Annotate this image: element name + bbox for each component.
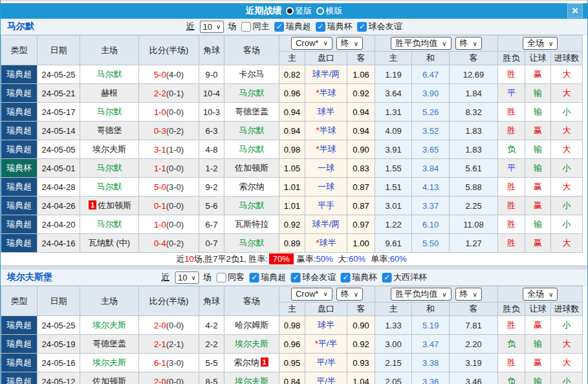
handicap-cell: *平/半 <box>305 335 347 354</box>
league-badge: 瑞典超 <box>1 354 37 372</box>
home-team-cell: 1佐加顿斯 <box>80 197 139 215</box>
fulltime-dropdown[interactable]: 全场 <box>523 288 558 301</box>
league-checkbox[interactable] <box>382 273 392 283</box>
league-type-cell: 瑞典杯 <box>1 159 38 178</box>
halftime-score: (0-0) <box>166 107 184 117</box>
avg-final-dropdown[interactable]: 终 <box>455 37 482 50</box>
table-row: 瑞典超 24-05-25 马尔默 5-0(4-0) 9-0 卡尔马 0.82 球… <box>1 65 583 84</box>
close-icon[interactable] <box>567 3 583 18</box>
avg-away-odds: 1.83 <box>450 122 498 140</box>
win-rate-chip: 70% <box>269 253 294 264</box>
goals-result: 大 <box>551 122 583 140</box>
col-handicap-result: 让球 <box>525 303 551 316</box>
league-checkbox[interactable] <box>341 273 351 283</box>
avg-away-odds: 8.32 <box>450 103 498 122</box>
score-cell: 2-1(2-1) <box>139 335 199 354</box>
avg-away-odds: 2.25 <box>450 197 498 215</box>
league-checkbox[interactable] <box>316 22 325 32</box>
match-date: 24-05-19 <box>38 335 80 354</box>
match-date: 24-05-21 <box>38 84 80 103</box>
score-cell: 5-0(3-0) <box>139 178 199 197</box>
col-goals: 进球数 <box>551 52 583 65</box>
away-team-cell: 哥德堡盖 <box>224 103 279 122</box>
match-result: 负 <box>498 372 525 384</box>
handicap-cell: 球半 <box>305 103 347 122</box>
league-type-cell: 瑞典超 <box>1 84 38 103</box>
avg-draw-odds: 3.52 <box>412 122 450 140</box>
away-team: 马尔默 <box>239 144 265 154</box>
league-type-cell: 瑞典超 <box>1 103 38 122</box>
match-count-select[interactable]: 10 <box>175 272 199 284</box>
table-row: 瑞典超 24-05-21 赫根 2-2(0-1) 10-4 马尔默 0.96 *… <box>1 84 583 103</box>
fulltime-score: 2-0 <box>154 321 166 330</box>
fulltime-dropdown[interactable]: 全场 <box>523 37 558 50</box>
handicap-cell: 球半 <box>305 316 347 335</box>
score-cell: 1-0(0-0) <box>139 215 199 234</box>
vertical-layout-label: 竖版 <box>296 5 312 17</box>
away-team-cell: 索尔纳1 <box>224 354 279 372</box>
league-checkbox[interactable] <box>357 22 367 32</box>
handicap-line: 球半 <box>318 320 334 330</box>
avg-home-odds: 3.64 <box>375 84 412 103</box>
away-odds: 0.83 <box>347 159 375 178</box>
home-team: 埃尔夫斯 <box>93 144 126 154</box>
col-away: 客场 <box>224 286 279 316</box>
summary-record: 场,胜7平2负1, 胜率: <box>194 254 268 264</box>
home-team-cell: 哥德堡 <box>80 122 139 140</box>
away-team: 卡尔马 <box>239 69 265 79</box>
score-cell: 0-1(0-0) <box>139 197 199 215</box>
avg-home-odds: 9.61 <box>375 234 412 253</box>
odds-final-dropdown[interactable]: 终 <box>336 288 363 301</box>
away-odds: 0.93 <box>347 354 375 372</box>
odds-source-dropdown[interactable]: Crow* <box>291 37 332 50</box>
team2-filterbar: 埃尔夫斯堡 近 10 场 同客 瑞典超 球会友谊 瑞典杯 大西洋杯 <box>1 270 587 286</box>
same-away-checkbox[interactable] <box>217 273 226 283</box>
avg-home-odds: 1.55 <box>375 159 412 178</box>
away-team: 哥德堡盖 <box>235 107 268 116</box>
handicap-result: 赢 <box>525 234 551 253</box>
match-result: 胜 <box>498 234 525 253</box>
avg-source-dropdown[interactable]: 胜平负均值 <box>391 288 451 301</box>
odds-group-header: Crow*终 <box>279 36 375 52</box>
avg-final-dropdown[interactable]: 终 <box>455 288 482 301</box>
red-card-badge: 1 <box>261 357 268 367</box>
handicap-line: 平/半 <box>318 339 338 348</box>
avg-away-odds: 3.46 <box>450 372 498 384</box>
avg-draw-odds: 3.47 <box>412 335 450 354</box>
handicap-result: 输 <box>525 84 551 103</box>
match-result: 胜 <box>498 316 525 335</box>
avg-away-odds: 1.27 <box>450 234 498 253</box>
avg-source-dropdown[interactable]: 胜平负均值 <box>391 37 451 50</box>
away-team: 佐加顿斯 <box>235 163 268 173</box>
away-team-cell: 马尔默 <box>224 122 279 140</box>
table-row: 瑞典超 24-04-28 马尔默 5-0(3-0) 9-2 索尔纳 1.01 一… <box>1 178 583 197</box>
odds-source-dropdown[interactable]: Crow* <box>291 288 332 301</box>
near-link[interactable]: 近 <box>161 272 169 283</box>
team2-name: 埃尔夫斯堡 <box>1 272 52 283</box>
away-team: 索尔纳 <box>239 182 265 191</box>
same-home-checkbox[interactable] <box>241 22 251 32</box>
horizontal-layout-radio[interactable] <box>316 7 324 15</box>
home-team: 马尔默 <box>97 219 122 229</box>
league-checkbox[interactable] <box>250 273 259 283</box>
handicap-cell: *半球 <box>305 122 347 140</box>
league-label: 瑞典杯 <box>327 21 352 32</box>
avg-home-odds: 3.91 <box>375 140 412 159</box>
col-odds-away: 客 <box>347 52 375 65</box>
home-team: 埃尔夫斯 <box>93 357 126 367</box>
col-avg-home: 主 <box>375 52 412 65</box>
match-count-select[interactable]: 10 <box>200 21 224 33</box>
corner-score: 2-2 <box>199 335 224 354</box>
table-row: 瑞典超 24-04-26 1佐加顿斯 0-1(0-0) 5-6 马尔默 1.01… <box>1 197 583 215</box>
avg-home-odds: 1.33 <box>375 316 412 335</box>
corner-score: 4-8 <box>199 140 224 159</box>
away-team-cell: 埃尔夫斯 <box>224 372 279 384</box>
handicap-cell: 一球 <box>305 178 347 197</box>
corner-score: 10-3 <box>199 103 224 122</box>
vertical-layout-radio[interactable] <box>286 7 294 15</box>
league-checkbox[interactable] <box>291 273 301 283</box>
league-checkbox[interactable] <box>274 22 284 32</box>
odds-final-dropdown[interactable]: 终 <box>336 37 363 50</box>
home-team-cell: 哥德堡盖 <box>80 335 139 354</box>
near-link[interactable]: 近 <box>186 21 195 32</box>
